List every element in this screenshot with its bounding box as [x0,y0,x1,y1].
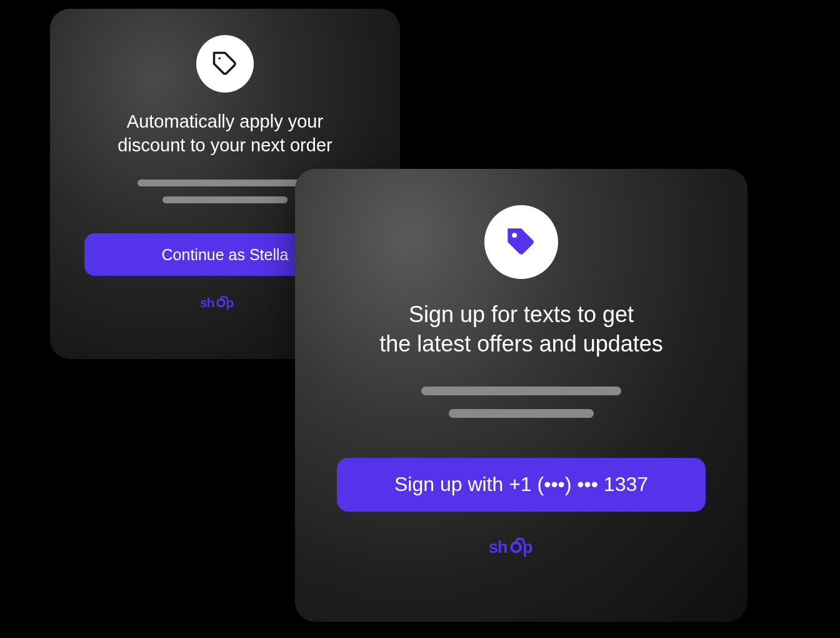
icon-circle [484,205,558,279]
shop-logo: sh p [200,295,250,316]
svg-point-2 [218,300,224,306]
skeleton-line [421,387,621,395]
skeleton-line [162,196,288,203]
skeleton-line [449,409,594,418]
skeleton-line [138,180,312,186]
tag-icon [212,51,238,77]
signup-button[interactable]: Sign up with +1 (•••) ••• 1337 [337,458,706,512]
skeleton-placeholder [138,180,312,203]
signup-card: Sign up for texts to get the latest offe… [295,169,748,622]
svg-point-6 [511,542,521,552]
tag-icon [505,226,538,258]
svg-text:p: p [226,296,234,310]
svg-text:p: p [522,538,532,557]
card-heading: Sign up for texts to get the latest offe… [379,300,663,359]
svg-text:sh: sh [200,296,214,310]
svg-text:sh: sh [489,538,507,557]
skeleton-placeholder [421,387,621,418]
svg-point-4 [512,233,517,238]
icon-circle [196,35,254,93]
shop-logo: sh p [489,537,554,565]
card-heading: Automatically apply your discount to you… [118,110,332,157]
